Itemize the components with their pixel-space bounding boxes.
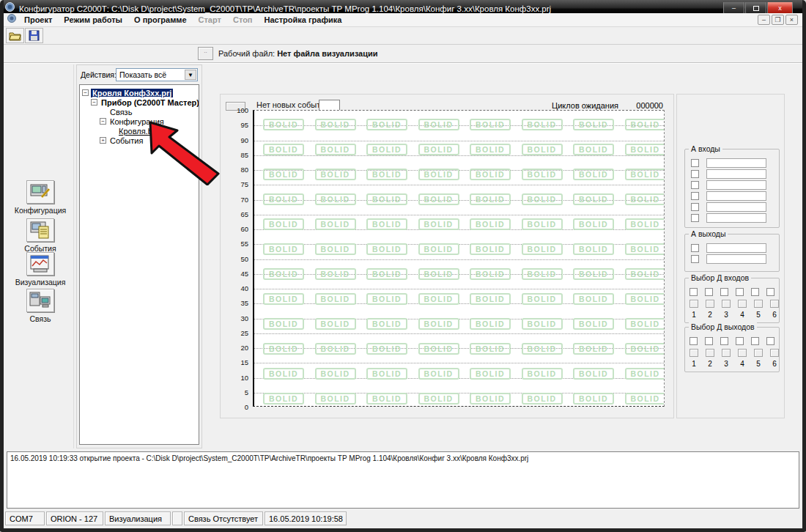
chevron-down-icon[interactable]: ▼ [185, 70, 196, 80]
a-output-field[interactable] [706, 254, 766, 264]
a-input-field[interactable] [706, 158, 766, 168]
a-input-field[interactable] [706, 191, 766, 201]
tree-item-label[interactable]: Прибор (С2000Т Мастер) [100, 98, 199, 107]
d-input-checkbox[interactable] [766, 288, 774, 296]
d-output-checkbox[interactable] [766, 337, 774, 345]
watermark-bolid: BOLID [366, 368, 407, 380]
d-output-checkbox[interactable] [751, 337, 759, 345]
a-input-checkbox[interactable] [691, 203, 699, 211]
save-disk-icon [29, 30, 40, 41]
link-icon [26, 289, 54, 312]
menu-item-проект[interactable]: Проект [18, 14, 58, 26]
watermark-bolid: BOLID [470, 343, 511, 355]
tree-item[interactable]: −Кровля Конф3хх.prj [80, 88, 199, 97]
a-input-field[interactable] [706, 180, 766, 190]
y-tick-label: 70 [225, 196, 248, 204]
nav-button-visualization[interactable]: Визуализация [7, 252, 74, 287]
h-gridline [254, 215, 664, 215]
tree-item-label[interactable]: События [108, 136, 144, 145]
a-output-field[interactable] [706, 243, 766, 253]
d-output-number-label: 2 [706, 360, 714, 368]
open-project-button[interactable] [6, 28, 24, 43]
nav-button-events[interactable]: События [7, 218, 74, 253]
y-tick-label: 55 [225, 240, 248, 248]
d-output-button[interactable] [689, 349, 698, 357]
watermark-bolid: BOLID [315, 368, 356, 380]
tree-item[interactable]: −Прибор (С2000Т Мастер) [80, 97, 199, 107]
nav-button-configuration[interactable]: Конфигурация [7, 180, 74, 215]
menubar: ПроектРежим работыО программеСтартСтопНа… [4, 13, 802, 27]
log-area[interactable]: 16.05.2019 10:19:33 открытие проекта - C… [7, 451, 799, 509]
d-input-button[interactable] [754, 300, 763, 308]
collapse-icon[interactable]: − [91, 99, 97, 106]
watermark-bolid: BOLID [366, 218, 407, 230]
open-folder-icon [9, 31, 22, 41]
a-input-field[interactable] [706, 213, 766, 223]
actions-select[interactable]: Показать всё ▼ [116, 68, 198, 81]
d-output-checkbox[interactable] [736, 337, 744, 345]
d-input-checkbox[interactable] [689, 288, 698, 296]
d-output-button[interactable] [722, 349, 731, 357]
d-output-button[interactable] [770, 349, 779, 357]
watermark-bolid: BOLID [522, 193, 563, 205]
d-input-button[interactable] [706, 300, 714, 308]
d-output-checkbox[interactable] [720, 337, 728, 345]
watermark-bolid: BOLID [418, 144, 459, 155]
a-input-checkbox[interactable] [691, 159, 699, 167]
y-tick-label: 100 [225, 106, 248, 114]
h-gridline [254, 141, 664, 141]
expand-icon[interactable]: + [100, 137, 106, 144]
watermark-bolid: BOLID [263, 293, 304, 305]
watermark-bolid: BOLID [470, 169, 511, 180]
d-output-button[interactable] [738, 349, 747, 357]
watermark-bolid: BOLID [418, 218, 459, 230]
a-input-checkbox[interactable] [691, 181, 699, 189]
d-output-checkbox[interactable] [705, 337, 713, 345]
d-input-checkbox[interactable] [720, 288, 728, 296]
d-output-checkbox[interactable] [689, 337, 698, 345]
watermark-bolid: BOLID [315, 268, 356, 280]
nav-button-link[interactable]: Связь [7, 289, 74, 323]
menu-item-настройка-графика[interactable]: Настройка графика [259, 14, 348, 26]
collapse-icon[interactable]: − [100, 118, 106, 125]
actions-label: Действия: [81, 70, 117, 79]
a-input-checkbox[interactable] [691, 214, 699, 222]
d-output-button[interactable] [754, 349, 763, 357]
d-input-button[interactable] [738, 300, 747, 308]
d-input-button[interactable] [770, 300, 779, 308]
d-output-number-label: 4 [738, 360, 747, 368]
workfile-browse-button[interactable]: .. [198, 47, 213, 60]
d-input-button[interactable] [689, 300, 698, 308]
y-tick-label: 20 [225, 344, 248, 352]
a-input-checkbox[interactable] [691, 192, 699, 200]
y-tick-label: 50 [225, 255, 248, 263]
d-output-button[interactable] [706, 349, 714, 357]
tree-item-label[interactable]: Кровля Конф3хх.prj [91, 89, 173, 97]
mdi-restore-button[interactable]: ❐ [772, 15, 784, 25]
a-input-field[interactable] [706, 202, 766, 212]
watermark-bolid: BOLID [522, 119, 563, 130]
menu-item-режим-работы[interactable]: Режим работы [58, 14, 128, 26]
mdi-close-button[interactable]: × [785, 15, 798, 25]
d-input-button[interactable] [722, 300, 731, 308]
tree-item-label[interactable]: Связь [108, 108, 133, 117]
wait-cycles-label: Циклов ожидания [552, 101, 618, 110]
menu-item-о-программе[interactable]: О программе [128, 14, 193, 26]
a-input-field[interactable] [706, 169, 766, 179]
collapse-icon[interactable]: − [82, 89, 89, 96]
d-input-checkbox[interactable] [751, 288, 759, 296]
d-input-checkbox[interactable] [705, 288, 713, 296]
mdi-minimize-button[interactable]: – [758, 15, 770, 25]
a-input-checkbox[interactable] [691, 170, 699, 178]
d-output-number-label: 6 [770, 360, 779, 368]
watermark-bolid: BOLID [315, 293, 356, 305]
tree-item[interactable]: Связь [80, 107, 199, 117]
save-project-button[interactable] [25, 28, 43, 43]
watermark-bolid: BOLID [418, 343, 459, 355]
a-output-checkbox[interactable] [691, 255, 699, 263]
d-inputs-title: Выбор Д входов [689, 273, 751, 282]
d-output-number-label: 1 [689, 360, 698, 368]
workfile-label-text: Рабочий файл: [218, 49, 275, 58]
a-output-checkbox[interactable] [691, 244, 699, 252]
d-input-checkbox[interactable] [736, 288, 744, 296]
